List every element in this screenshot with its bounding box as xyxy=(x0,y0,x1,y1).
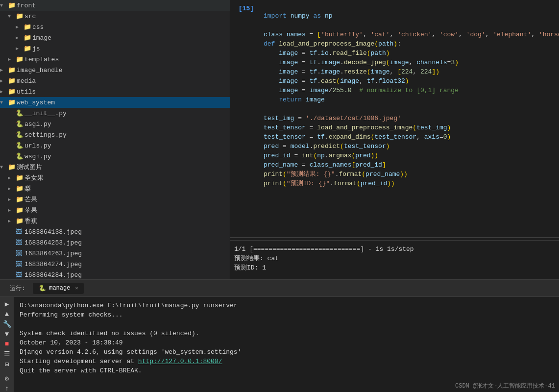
main-area: ▼📁front▼📁src▶📁css▶📁image▶📁js▶📁templates▶… xyxy=(0,0,559,279)
sidebar-item-templates[interactable]: ▶📁templates xyxy=(0,54,230,65)
up-arrow-icon[interactable]: ▲ xyxy=(2,310,12,318)
sidebar-item-web_system[interactable]: ▼📁web_system xyxy=(0,97,230,108)
tree-icon-img3: 🖼 xyxy=(16,250,24,257)
tree-arrow-web_system: ▼ xyxy=(0,100,8,105)
sidebar-item-wsgipy[interactable]: 🐍wsgi.py xyxy=(0,151,230,162)
panel-body: ▶ ▲ 🔧 ▼ ■ ☰ ⊟ ⚙ ↑ D:\anaconda\python.exe… xyxy=(0,297,559,392)
sidebar-item-banana[interactable]: ▶📁香蕉 xyxy=(0,216,230,226)
terminal-line: Performing system checks... xyxy=(20,310,553,319)
sidebar-item-__init__py[interactable]: 🐍__init__.py xyxy=(0,108,230,119)
tree-arrow-mango: ▶ xyxy=(8,196,16,202)
upload-icon[interactable]: ↑ xyxy=(2,385,12,392)
wrench-icon[interactable]: 🔧 xyxy=(2,320,12,328)
tree-arrow-banana: ▶ xyxy=(8,218,16,224)
python-tab-icon: 🐍 xyxy=(39,285,46,292)
cell-divider xyxy=(230,237,559,238)
tree-label-templates: templates xyxy=(24,56,230,63)
tree-icon-web_system: 📁 xyxy=(8,98,17,106)
editor-area: [15] import numpy as np class_names = ['… xyxy=(230,0,559,279)
sidebar-item-pear[interactable]: ▶📁梨 xyxy=(0,183,230,194)
tree-label-settingspy: settings.py xyxy=(24,131,230,139)
server-url-link[interactable]: http://127.0.0.1:8000/ xyxy=(138,358,222,365)
tree-label-front: front xyxy=(17,2,230,9)
split-icon[interactable]: ⊟ xyxy=(2,360,12,368)
terminal-output[interactable]: D:\anaconda\python.exe E:\fruit\fruit\ma… xyxy=(14,297,559,392)
tree-label-cherry: 圣女果 xyxy=(24,173,230,182)
sidebar-item-utils[interactable]: ▶📁utils xyxy=(0,86,230,97)
close-tab-icon[interactable]: ✕ xyxy=(75,285,78,291)
sidebar-item-css[interactable]: ▶📁css xyxy=(0,22,230,32)
tree-arrow-css: ▶ xyxy=(16,24,24,30)
tree-icon-front: 📁 xyxy=(8,1,17,9)
tree-arrow-js: ▶ xyxy=(16,46,24,51)
sidebar-item-urlspy[interactable]: 🐍urls.py xyxy=(0,140,230,151)
tree-label-test_images: 测试图片 xyxy=(17,163,230,172)
sidebar-item-img4[interactable]: 🖼1683864274.jpeg xyxy=(0,259,230,270)
sidebar-item-test_images[interactable]: ▼📁测试图片 xyxy=(0,162,230,172)
tree-arrow-cherry: ▶ xyxy=(8,175,16,181)
tree-icon-utils: 📁 xyxy=(8,88,17,96)
tree-label-image: image xyxy=(32,34,230,42)
tree-icon-cherry: 📁 xyxy=(16,174,24,182)
tree-icon-image_handle: 📁 xyxy=(8,66,17,74)
sidebar-item-mango[interactable]: ▶📁芒果 xyxy=(0,194,230,205)
stop-icon[interactable]: ■ xyxy=(2,340,12,348)
sidebar-item-img5[interactable]: 🖼1683864284.jpeg xyxy=(0,270,230,279)
terminal-tab-manage[interactable]: 🐍 manage ✕ xyxy=(33,283,84,294)
sidebar-item-img2[interactable]: 🖼1683864253.jpeg xyxy=(0,237,230,248)
terminal-line: D:\anaconda\python.exe E:\fruit\fruit\ma… xyxy=(20,301,553,310)
bottom-panel: 运行: 🐍 manage ✕ ▶ ▲ 🔧 ▼ ■ ☰ ⊟ ⚙ ↑ D:\anac… xyxy=(0,279,559,392)
gear-icon[interactable]: ⚙ xyxy=(2,374,12,383)
tree-label-img4: 1683864274.jpeg xyxy=(24,261,230,268)
tree-icon-img5: 🖼 xyxy=(16,271,24,279)
tree-icon-mango: 📁 xyxy=(16,196,24,203)
panel-left-icons: ▶ ▲ 🔧 ▼ ■ ☰ ⊟ ⚙ ↑ xyxy=(0,297,14,392)
watermark: CSDN @张才文-人工智能应用技术-41 xyxy=(455,382,555,390)
file-explorer: ▼📁front▼📁src▶📁css▶📁image▶📁js▶📁templates▶… xyxy=(0,0,230,279)
terminal-line: Quit the server with CTRL-BREAK. xyxy=(20,366,553,375)
terminal-line xyxy=(20,319,553,329)
tree-arrow-front: ▼ xyxy=(0,3,8,8)
terminal-line: Starting development server at http://12… xyxy=(20,357,553,366)
down-arrow-icon[interactable]: ▼ xyxy=(2,330,12,338)
sidebar-item-settingspy[interactable]: 🐍settings.py xyxy=(0,129,230,140)
list-icon[interactable]: ☰ xyxy=(2,350,12,358)
tree-icon-src: 📁 xyxy=(16,12,24,20)
tree-icon-img1: 🖼 xyxy=(16,228,24,236)
tree-label-src: src xyxy=(24,13,230,20)
tree-icon-templates: 📁 xyxy=(16,55,24,63)
sidebar-item-img1[interactable]: 🖼1683864138.jpeg xyxy=(0,226,230,237)
sidebar-item-image[interactable]: ▶📁image xyxy=(0,32,230,43)
tree-icon-settingspy: 🐍 xyxy=(16,131,24,139)
tree-label-js: js xyxy=(32,45,230,52)
sidebar-item-apple[interactable]: ▶📁苹果 xyxy=(0,205,230,216)
tree-icon-media: 📁 xyxy=(8,77,17,85)
sidebar-item-img3[interactable]: 🖼1683864263.jpeg xyxy=(0,248,230,259)
tree-icon-__init__py: 🐍 xyxy=(16,109,24,117)
tree-label-pear: 梨 xyxy=(24,184,230,193)
tree-label-apple: 苹果 xyxy=(24,206,230,215)
run-icon[interactable]: ▶ xyxy=(2,300,12,308)
tree-icon-test_images: 📁 xyxy=(8,163,17,171)
sidebar-item-src[interactable]: ▼📁src xyxy=(0,11,230,22)
code-body[interactable]: import numpy as np class_names = ['butte… xyxy=(260,0,559,235)
tree-label-wsgipy: wsgi.py xyxy=(24,153,230,160)
terminal-line: System check identified no issues (0 sil… xyxy=(20,329,553,338)
output-pred-id: 预测ID: 1 xyxy=(234,263,555,272)
terminal-tab-label: manage xyxy=(49,285,70,292)
sidebar-item-cherry[interactable]: ▶📁圣女果 xyxy=(0,172,230,183)
tree-arrow-utils: ▶ xyxy=(0,89,8,95)
sidebar-item-js[interactable]: ▶📁js xyxy=(0,43,230,54)
tree-icon-img2: 🖼 xyxy=(16,239,24,246)
tree-label-image_handle: image_handle xyxy=(17,67,230,74)
sidebar-item-front[interactable]: ▼📁front xyxy=(0,0,230,11)
tree-label-web_system: web_system xyxy=(17,99,230,106)
sidebar-item-asgipy[interactable]: 🐍asgi.py xyxy=(0,119,230,129)
tree-icon-urlspy: 🐍 xyxy=(16,142,24,149)
tree-label-img2: 1683864253.jpeg xyxy=(24,239,230,246)
tree-label-media: media xyxy=(17,77,230,85)
tree-icon-img4: 🖼 xyxy=(16,261,24,268)
tree-icon-pear: 📁 xyxy=(16,185,24,193)
sidebar-item-media[interactable]: ▶📁media xyxy=(0,75,230,86)
sidebar-item-image_handle[interactable]: ▶📁image_handle xyxy=(0,65,230,75)
